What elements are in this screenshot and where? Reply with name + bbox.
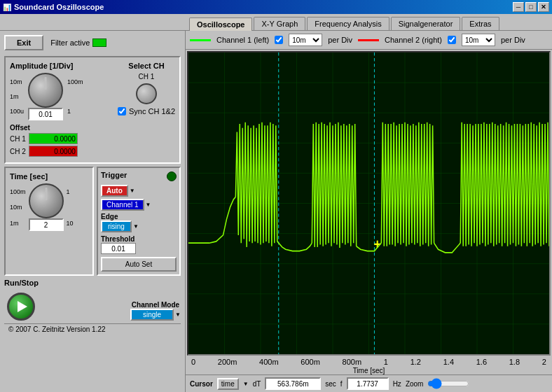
amp-knob-left: 1m bbox=[10, 93, 24, 100]
trigger-mode-row: Auto ▼ bbox=[101, 185, 177, 197]
channel-mode-title: Channel Mode bbox=[130, 301, 181, 309]
x-label-400m: 400m bbox=[259, 358, 279, 366]
time-knob-right: 1 bbox=[67, 188, 74, 195]
x-label-1-8: 1.8 bbox=[509, 358, 520, 366]
tab-xy-graph[interactable]: X-Y Graph bbox=[254, 17, 305, 30]
edge-arrow[interactable]: ▼ bbox=[133, 223, 139, 230]
channel-bar: Channel 1 (left) 10m100m1 per Div Channe… bbox=[186, 31, 552, 50]
amp-knob-max: 1 bbox=[67, 108, 83, 115]
time-knob-indicator bbox=[45, 188, 47, 200]
trigger-mode-arrow[interactable]: ▼ bbox=[130, 188, 135, 194]
offset-section: Offset CH 1 CH 2 bbox=[10, 123, 175, 157]
x-label-0: 0 bbox=[191, 358, 195, 366]
exit-row: Exit Filter active bbox=[4, 35, 181, 50]
ch2-offset-row: CH 2 bbox=[10, 146, 175, 157]
filter-led bbox=[92, 38, 106, 47]
tab-oscilloscope[interactable]: Oscilloscope bbox=[189, 18, 252, 31]
x-label-200m: 200m bbox=[218, 358, 237, 366]
cursor-type-button[interactable]: time bbox=[217, 378, 239, 390]
window-controls: ─ □ ✕ bbox=[513, 2, 549, 12]
f-label: f bbox=[340, 380, 343, 388]
time-panel: Time [sec] 100m 10m 1m bbox=[4, 167, 94, 276]
trigger-mode-button[interactable]: Auto bbox=[101, 185, 128, 197]
trigger-channel-row: Channel 1 ▼ bbox=[101, 199, 177, 211]
cursor-type-arrow[interactable]: ▼ bbox=[243, 381, 249, 387]
select-ch-section: Select CH CH 1 Sync CH 1&2 bbox=[118, 62, 175, 115]
dt-label: dT bbox=[253, 380, 261, 388]
threshold-section: Threshold bbox=[101, 235, 177, 254]
bottom-row: Run/Stop Channel Mode single ▼ bbox=[4, 279, 181, 321]
amplitude-knob[interactable] bbox=[28, 73, 63, 108]
ch2-checkbox[interactable] bbox=[448, 36, 456, 44]
cursor-label: Cursor bbox=[190, 380, 213, 388]
knob-indicator bbox=[45, 77, 47, 90]
tab-extras[interactable]: Extras bbox=[462, 17, 499, 30]
trigger-title: Trigger bbox=[101, 171, 127, 179]
time-knob-far-right: 10 bbox=[67, 220, 74, 227]
ch-select-knob[interactable] bbox=[136, 83, 157, 104]
channel-mode-arrow[interactable]: ▼ bbox=[175, 312, 181, 318]
time-value-input[interactable] bbox=[29, 218, 64, 231]
cursor-bar: Cursor time ▼ dT sec f Hz Zoom bbox=[186, 374, 552, 392]
tab-signal-generator[interactable]: Signalgenerator bbox=[391, 17, 461, 30]
f-unit: Hz bbox=[393, 380, 401, 388]
filter-label: Filter active bbox=[50, 38, 90, 47]
ch2-color-indicator bbox=[358, 39, 379, 41]
x-label-600m: 600m bbox=[301, 358, 320, 366]
threshold-title: Threshold bbox=[101, 235, 177, 243]
zoom-slider[interactable] bbox=[427, 378, 469, 389]
exit-button[interactable]: Exit bbox=[4, 35, 43, 50]
x-label-1: 1 bbox=[384, 358, 388, 366]
app-icon: 📊 bbox=[3, 4, 11, 11]
ch1-offset-input[interactable] bbox=[29, 133, 78, 144]
dt-unit: sec bbox=[325, 380, 336, 388]
channel-mode-section: Channel Mode single ▼ bbox=[130, 301, 181, 321]
amp-knob-mid: 100m bbox=[67, 78, 83, 85]
amplitude-value-input[interactable] bbox=[28, 108, 63, 120]
dt-value-input[interactable] bbox=[265, 377, 321, 390]
oscilloscope-display[interactable]: + bbox=[187, 51, 551, 356]
close-button[interactable]: ✕ bbox=[538, 2, 549, 12]
amp-knob-top: 10m bbox=[10, 78, 24, 85]
ch1-color-indicator bbox=[190, 39, 211, 41]
trigger-header: Trigger bbox=[101, 171, 177, 182]
minimize-button[interactable]: ─ bbox=[513, 2, 524, 12]
amplitude-panel: Amplitude [1/Div] 10m 1m 100u bbox=[4, 56, 181, 164]
auto-set-button[interactable]: Auto Set bbox=[101, 257, 177, 272]
ch1-offset-label: CH 1 bbox=[10, 135, 26, 143]
zoom-label: Zoom bbox=[406, 380, 424, 388]
trigger-panel: Trigger Auto ▼ Channel 1 ▼ Edge ri bbox=[97, 167, 181, 276]
x-label-800m: 800m bbox=[343, 358, 362, 366]
content-area: Exit Filter active Amplitude [1/Div] 10m… bbox=[0, 30, 552, 392]
trigger-channel-arrow[interactable]: ▼ bbox=[146, 202, 151, 208]
x-axis-title: Time [sec] bbox=[186, 367, 552, 374]
threshold-input[interactable] bbox=[101, 243, 136, 254]
time-knob-left: 10m bbox=[10, 204, 26, 211]
ch2-offset-label: CH 2 bbox=[10, 148, 26, 155]
filter-active-row: Filter active bbox=[50, 38, 106, 47]
time-knob-top: 100m bbox=[10, 188, 26, 195]
time-title: Time [sec] bbox=[10, 172, 88, 181]
right-panel: Channel 1 (left) 10m100m1 per Div Channe… bbox=[186, 31, 552, 392]
ch1-per-div-select[interactable]: 10m100m1 bbox=[289, 34, 322, 46]
amplitude-title: Amplitude [1/Div] bbox=[10, 62, 83, 70]
runstop-label: Run/Stop bbox=[4, 279, 39, 287]
edge-button[interactable]: rising bbox=[101, 220, 132, 232]
tab-frequency-analysis[interactable]: Frequency Analysis bbox=[307, 17, 389, 30]
ch1-per-div-label: per Div bbox=[328, 36, 352, 44]
sync-checkbox[interactable] bbox=[118, 107, 126, 115]
ch1-checkbox[interactable] bbox=[275, 36, 283, 44]
ch2-per-div-select[interactable]: 10m100m1 bbox=[462, 34, 495, 46]
time-knob[interactable] bbox=[29, 183, 64, 218]
edge-title: Edge bbox=[101, 213, 177, 220]
maximize-button[interactable]: □ bbox=[525, 2, 537, 12]
f-value-input[interactable] bbox=[347, 377, 389, 390]
trigger-edge-section: Edge rising ▼ bbox=[101, 213, 177, 232]
run-stop-button[interactable] bbox=[7, 293, 35, 321]
trigger-channel-button[interactable]: Channel 1 bbox=[101, 199, 144, 211]
ch2-offset-input[interactable] bbox=[29, 146, 78, 157]
channel-mode-button[interactable]: single bbox=[130, 309, 174, 321]
runstop-section: Run/Stop bbox=[4, 279, 39, 321]
ch1-label: Channel 1 (left) bbox=[216, 36, 269, 44]
sync-label: Sync CH 1&2 bbox=[129, 107, 175, 115]
